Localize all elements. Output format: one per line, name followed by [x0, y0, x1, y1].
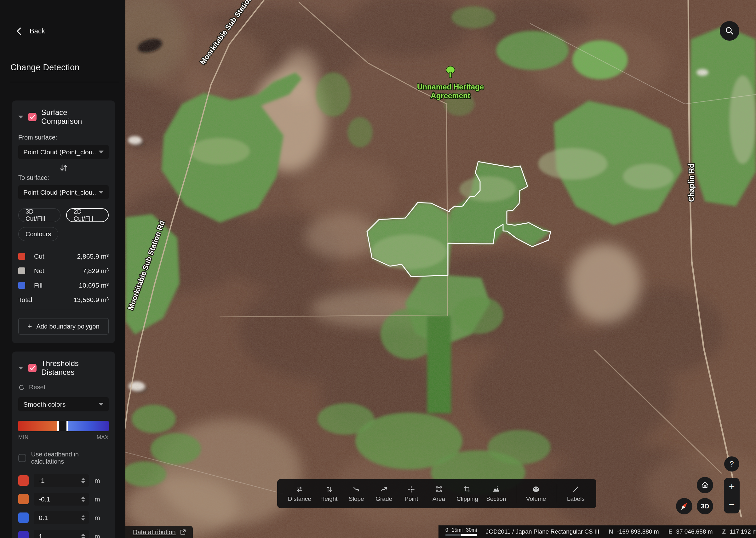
help-button[interactable]: ?	[724, 457, 739, 471]
toolbar-item-area[interactable]: Area	[429, 485, 449, 503]
home-button[interactable]	[697, 477, 713, 493]
threshold-input[interactable]: 1	[34, 530, 89, 538]
back-label: Back	[29, 27, 45, 35]
toolbar-divider	[556, 484, 556, 503]
toolbar-item-height[interactable]: Height	[319, 485, 339, 503]
map-canvas[interactable]: Moorkitabie Sub Station Rd Moorkitabie S…	[125, 0, 756, 538]
threshold-input[interactable]: 0.1	[34, 511, 89, 524]
volume-icon	[532, 485, 540, 494]
add-boundary-polygon-button[interactable]: + Add boundary polygon	[18, 318, 109, 335]
chevron-down-icon	[99, 150, 104, 153]
search-icon	[725, 27, 734, 35]
to-surface-select[interactable]: Point Cloud (Point_clou...	[18, 185, 109, 199]
swap-arrows-icon	[59, 163, 68, 172]
threshold-color-swatch	[18, 494, 29, 504]
height-icon	[325, 485, 333, 494]
search-button[interactable]	[720, 21, 739, 41]
3d-cutfill-button[interactable]: 3D Cut/Fill	[18, 208, 61, 222]
gradient-positive	[68, 421, 109, 431]
chevron-left-icon	[16, 27, 22, 35]
contours-button[interactable]: Contours	[18, 227, 58, 241]
scale-zero: 0	[445, 527, 448, 533]
toolbar-item-distance[interactable]: Distance	[288, 485, 311, 503]
check-icon	[30, 366, 35, 370]
status-bar: 0 15mi 30mi JGD2011 / Japan Plane Rectan…	[439, 525, 756, 538]
crs-label: JGD2011 / Japan Plane Rectangular CS III	[486, 528, 599, 535]
reset-icon	[18, 384, 25, 391]
easting-readout: E37 046.658 m	[669, 528, 713, 535]
zoom-out-button[interactable]: −	[724, 500, 740, 510]
thresholds-checkbox[interactable]	[28, 364, 36, 372]
threshold-row: -1 m	[18, 474, 109, 487]
slope-icon	[352, 485, 361, 494]
collapse-caret-icon[interactable]	[18, 367, 23, 369]
toolbar-item-section[interactable]: Section	[486, 485, 506, 503]
zoom-controls: + −	[724, 478, 740, 513]
threshold-color-swatch	[18, 475, 29, 486]
net-color-swatch	[18, 267, 25, 274]
legend-row-fill: Fill 10,695 m³	[18, 281, 109, 290]
chevron-down-icon	[99, 191, 104, 194]
collapse-caret-icon[interactable]	[18, 116, 23, 119]
toolbar-item-grade[interactable]: Grade	[374, 485, 394, 503]
tree-icon-trunk	[450, 73, 452, 78]
from-surface-value: Point Cloud (Point_clou...	[23, 148, 95, 156]
gradient-deadband	[59, 421, 67, 431]
sidebar: Back Change Detection Surface Comparison…	[0, 0, 125, 538]
from-surface-label: From surface:	[18, 134, 109, 141]
max-label: MAX	[97, 434, 109, 441]
color-mode-select[interactable]: Smooth colors	[18, 397, 109, 411]
to-surface-label: To surface:	[18, 174, 109, 182]
min-label: MIN	[18, 434, 29, 441]
distance-icon	[295, 485, 304, 494]
stepper-icon[interactable]	[81, 515, 85, 521]
satellite-map: Moorkitabie Sub Station Rd Moorkitabie S…	[125, 0, 756, 538]
toolbar-item-volume[interactable]: Volume	[526, 485, 546, 503]
from-surface-select[interactable]: Point Cloud (Point_clou...	[18, 145, 109, 159]
divider	[10, 82, 119, 82]
external-link-icon	[180, 528, 187, 535]
zoom-in-button[interactable]: +	[724, 482, 740, 492]
surface-comparison-checkbox[interactable]	[28, 113, 36, 121]
map-scale: 0 15mi 30mi	[445, 527, 477, 536]
threshold-input[interactable]: -1	[34, 474, 89, 487]
legend-row-cut: Cut 2,865.9 m³	[18, 252, 109, 260]
deadband-checkbox[interactable]	[18, 454, 26, 462]
back-button[interactable]: Back	[0, 0, 125, 36]
threshold-input[interactable]: -0.1	[34, 493, 89, 506]
compass-needle-icon	[678, 501, 690, 512]
divider	[6, 51, 119, 51]
thresholds-panel: Thresholds Distances Reset Smooth colors	[12, 351, 115, 538]
section-icon	[492, 485, 500, 494]
legend-row-net: Net 7,829 m³	[18, 267, 109, 275]
toolbar-item-slope[interactable]: Slope	[347, 485, 366, 503]
grade-icon	[380, 485, 388, 494]
compass-button[interactable]	[676, 498, 692, 514]
scale-end: 30mi	[466, 527, 477, 533]
northing-readout: N-169 893.880 m	[609, 528, 659, 535]
toolbar-item-point[interactable]: Point	[402, 485, 421, 503]
road-label-chaplin: Chaplin Rd	[687, 163, 695, 202]
stepper-icon[interactable]	[81, 534, 85, 538]
surface-comparison-panel: Surface Comparison From surface: Point C…	[12, 100, 115, 343]
stepper-icon[interactable]	[81, 496, 85, 502]
threshold-color-swatch	[18, 531, 29, 538]
home-icon	[701, 481, 709, 489]
data-attribution-link[interactable]: Data attribution	[125, 526, 193, 538]
swap-surfaces-button[interactable]	[18, 163, 109, 172]
app-window: Moorkitabie Sub Station Rd Moorkitabie S…	[0, 0, 756, 538]
scale-mid: 15mi	[452, 527, 463, 533]
3d-toggle-button[interactable]: 3D	[697, 498, 713, 514]
panel-title: Surface Comparison	[41, 108, 109, 126]
toolbar-item-clipping[interactable]: Clipping	[457, 485, 478, 503]
threshold-gradient[interactable]	[18, 421, 109, 431]
toolbar-item-labels[interactable]: Labels	[566, 485, 586, 503]
chevron-down-icon	[99, 403, 104, 406]
threshold-row: 0.1 m	[18, 511, 109, 524]
legend-row-total: Total 13,560.9 m³	[18, 296, 109, 304]
measure-toolbar: Distance Height Slope Grade Point Area C…	[277, 479, 596, 508]
labels-pen-icon	[571, 485, 580, 494]
reset-button[interactable]: Reset	[18, 384, 109, 391]
stepper-icon[interactable]	[81, 478, 85, 484]
2d-cutfill-button[interactable]: 2D Cut/Fill	[66, 208, 109, 222]
